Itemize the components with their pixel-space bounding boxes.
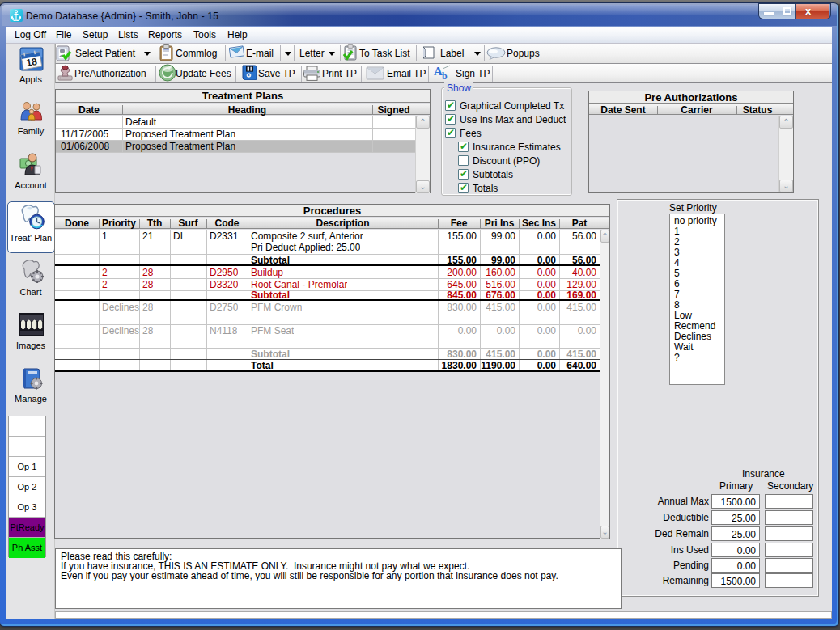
svg-text:18: 18 — [25, 56, 38, 69]
svg-text:b: b — [442, 70, 448, 81]
